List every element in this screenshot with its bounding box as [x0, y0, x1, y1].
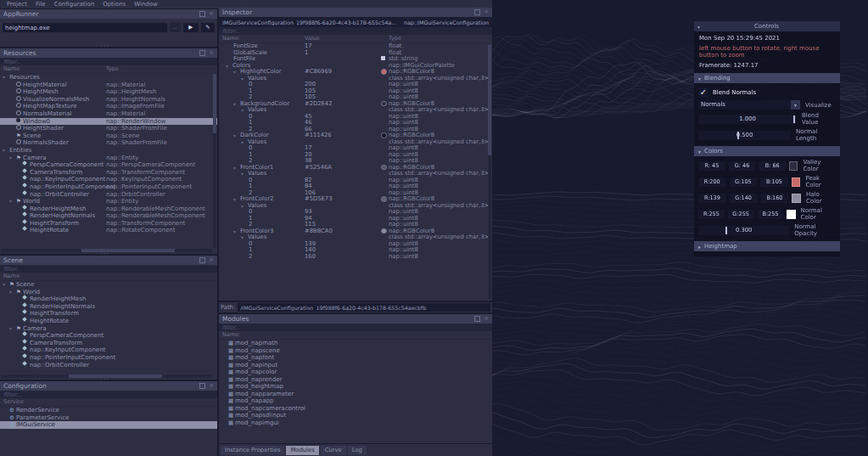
expander-icon[interactable]: ▾: [9, 289, 12, 296]
blend-normals-checkbox[interactable]: [698, 87, 708, 98]
column-header-service[interactable]: Service: [3, 398, 24, 406]
expander-icon[interactable]: ▾: [226, 63, 228, 70]
tree-item[interactable]: HeightMeshnap::HeightMesh: [0, 88, 217, 96]
expander-icon[interactable]: ▾: [241, 171, 244, 177]
column-header-type[interactable]: Type: [106, 65, 119, 73]
property-row[interactable]: ▾Valuesclass std::array<unsigned char,3>: [219, 76, 492, 82]
property-row[interactable]: ▾Valuesclass std::array<unsigned char,3>: [219, 203, 492, 210]
column-header-name[interactable]: Name: [3, 273, 20, 280]
scrollbar-thumb[interactable]: [81, 249, 175, 252]
tab-modules[interactable]: Modules: [286, 446, 318, 455]
scrollbar-vertical[interactable]: [488, 45, 491, 299]
close-icon[interactable]: ×: [209, 257, 214, 263]
tree-item[interactable]: ▾⚑World: [0, 289, 217, 296]
tree-item[interactable]: HeightTransform: [0, 310, 217, 318]
menu-item[interactable]: Project: [3, 0, 31, 8]
tree-item[interactable]: CameraTransform: [0, 340, 217, 347]
property-row[interactable]: GlobalScale1float: [219, 50, 492, 57]
green-channel-field[interactable]: G: 46: [729, 161, 756, 171]
configuration-column-headers[interactable]: Service: [0, 398, 217, 407]
close-icon[interactable]: ×: [209, 383, 214, 389]
property-row[interactable]: 082nap::uint8: [219, 177, 492, 184]
scene-filter-input[interactable]: [0, 265, 217, 273]
color-swatch[interactable]: [787, 210, 795, 219]
tree-item[interactable]: NormalsMaterialnap::Material: [0, 110, 217, 118]
module-item[interactable]: ▦mod_napmath: [219, 340, 492, 347]
blue-channel-field[interactable]: B:105: [760, 177, 788, 187]
property-value[interactable]: #2D2E42: [305, 101, 333, 108]
float-panel-icon[interactable]: [199, 383, 205, 389]
resources-filter-input[interactable]: [0, 58, 217, 65]
expander-icon[interactable]: ▾: [233, 69, 236, 76]
section-header-blending[interactable]: ▾ Blending: [694, 73, 840, 83]
inspector-column-headers[interactable]: Name Value Type: [219, 35, 492, 43]
property-row[interactable]: 0200nap::uint8: [219, 82, 492, 88]
float-panel-icon[interactable]: [474, 316, 480, 322]
splitter-handle[interactable]: ···: [100, 379, 110, 382]
tree-item[interactable]: ▾Entities: [0, 147, 217, 155]
scene-column-headers[interactable]: Name: [0, 273, 217, 281]
property-value[interactable]: #111426: [305, 132, 332, 139]
tab-curve[interactable]: Curve: [321, 446, 346, 455]
red-channel-field[interactable]: R: 45: [698, 161, 725, 171]
tree-item[interactable]: nap::PointerInputComponentnap::PointerIn…: [0, 183, 217, 191]
property-value[interactable]: #8B8CA0: [305, 228, 333, 235]
property-value[interactable]: #C86969: [305, 69, 332, 76]
tree-item[interactable]: HeightRotatenap::RotateComponent: [0, 227, 217, 234]
property-row[interactable]: 0139nap::uint8: [219, 241, 492, 248]
edit-app-button[interactable]: ✎: [201, 23, 215, 32]
module-item[interactable]: ▦mod_napcolor: [219, 369, 492, 376]
menu-item[interactable]: File: [31, 0, 50, 8]
tree-item[interactable]: nap::KeyInputComponent: [0, 346, 217, 354]
property-row[interactable]: ▾Valuesclass std::array<unsigned char,3>: [219, 107, 492, 114]
menu-item[interactable]: Options: [98, 0, 130, 8]
menu-item[interactable]: Window: [130, 0, 162, 8]
expander-icon[interactable]: ▾: [233, 165, 236, 172]
run-app-button[interactable]: ▶: [183, 23, 199, 32]
splitter-handle[interactable]: ···: [346, 310, 356, 313]
normal-opacity-slider[interactable]: 0.300: [698, 226, 789, 235]
module-item[interactable]: ▦mod_napfont: [219, 354, 492, 362]
tree-item[interactable]: nap::OrbitController: [0, 362, 217, 369]
property-row[interactable]: ▾Valuesclass std::array<unsigned char,3>: [219, 234, 492, 241]
property-row[interactable]: ▾Valuesclass std::array<unsigned char,3>: [219, 171, 492, 177]
tree-item[interactable]: ▾⚑Scene: [0, 281, 217, 289]
red-channel-field[interactable]: R:200: [698, 177, 726, 187]
property-row[interactable]: 2160nap::uint8: [219, 254, 492, 261]
float-panel-icon[interactable]: [199, 257, 205, 263]
property-row[interactable]: 194nap::uint8: [219, 216, 492, 222]
blue-channel-field[interactable]: B:255: [758, 210, 784, 219]
tree-item[interactable]: PerspCameraComponent: [0, 332, 217, 340]
green-channel-field[interactable]: G:105: [730, 177, 758, 187]
collapse-icon[interactable]: ▾: [694, 24, 703, 30]
browse-button[interactable]: ...: [170, 23, 181, 32]
tree-item[interactable]: RenderHeightMesh: [0, 296, 217, 303]
configuration-filter-input[interactable]: [0, 391, 217, 398]
property-value[interactable]: 160: [305, 254, 316, 261]
red-channel-field[interactable]: R:255: [698, 210, 725, 219]
color-swatch[interactable]: [789, 161, 798, 171]
expander-icon[interactable]: ▾: [233, 132, 236, 139]
module-item[interactable]: ▦mod_heightmap: [219, 383, 492, 391]
resources-column-headers[interactable]: Name Type: [0, 65, 217, 74]
module-item[interactable]: ▦mod_napparameter: [219, 391, 492, 398]
property-row[interactable]: 120nap::uint8: [219, 152, 492, 159]
tree-item[interactable]: PerspCameraComponentnap::PerspCameraComp…: [0, 161, 217, 169]
property-row[interactable]: 146nap::uint8: [219, 120, 492, 127]
expander-icon[interactable]: ▾: [233, 196, 236, 203]
scrollbar-vertical[interactable]: [213, 74, 216, 248]
property-value[interactable]: #5D5E73: [305, 196, 333, 203]
scrollbar-thumb[interactable]: [488, 45, 491, 155]
expander-icon[interactable]: ▾: [9, 155, 12, 162]
column-header-name[interactable]: Name: [3, 65, 20, 73]
expander-icon[interactable]: ▾: [241, 203, 244, 210]
expander-icon[interactable]: ▾: [241, 139, 244, 146]
section-header-colors[interactable]: ▾ Colors: [694, 146, 840, 156]
inspector-filter-input[interactable]: [219, 27, 492, 35]
column-header-value[interactable]: Value: [305, 35, 320, 42]
property-row[interactable]: 045nap::uint8: [219, 114, 492, 121]
blend-value-slider[interactable]: 1.000: [698, 115, 797, 124]
property-row[interactable]: 1140nap::uint8: [219, 247, 492, 254]
expander-icon[interactable]: ▾: [3, 74, 5, 82]
tree-item[interactable]: HeightTransformnap::TransformComponent: [0, 220, 217, 228]
